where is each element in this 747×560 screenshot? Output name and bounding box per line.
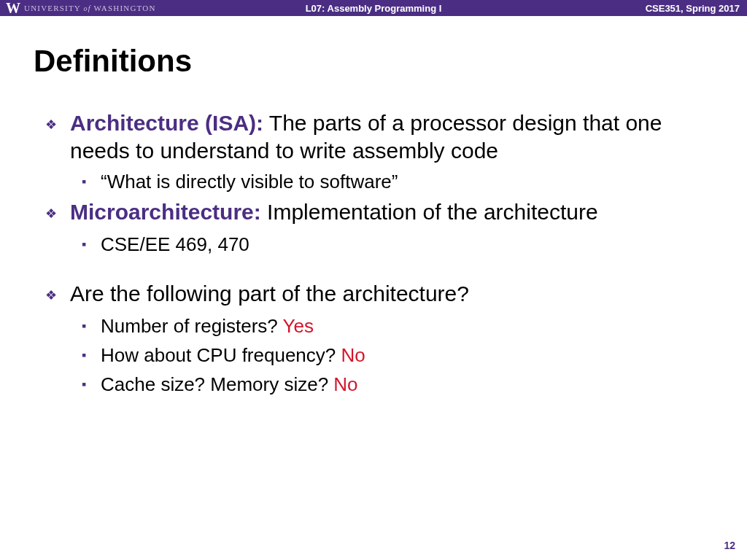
q1-answer: Yes <box>283 315 314 337</box>
subbullet-q-registers: ▪ Number of registers? Yes <box>34 314 709 338</box>
univ-part2: WASHINGTON <box>94 4 156 12</box>
subbullet-text: CSE/EE 469, 470 <box>101 232 249 257</box>
q2-answer: No <box>341 344 365 366</box>
q2-text: How about CPU frequency? <box>101 344 341 366</box>
square-bullet-icon: ▪ <box>82 314 101 338</box>
subbullet-q-frequency: ▪ How about CPU frequency? No <box>34 343 709 368</box>
page-number: 12 <box>724 540 735 551</box>
subbullet-arch-visible: ▪ “What is directly visible to software” <box>34 169 709 194</box>
subbullet-micro-courses: ▪ CSE/EE 469, 470 <box>34 232 709 257</box>
bullet-text: Architecture (ISA): The parts of a proce… <box>70 109 709 165</box>
q3-answer: No <box>333 373 357 395</box>
lecture-title: L07: Assembly Programming I <box>306 3 442 14</box>
w-logo-icon: W <box>6 1 20 15</box>
slide-title: Definitions <box>34 44 709 79</box>
university-name: UNIVERSITY of WASHINGTON <box>24 4 156 12</box>
bullet-text: Microarchitecture: Implementation of the… <box>70 198 598 228</box>
square-bullet-icon: ▪ <box>82 372 101 397</box>
diamond-bullet-icon: ❖ <box>45 280 70 309</box>
subbullet-text: How about CPU frequency? No <box>101 343 365 368</box>
subbullet-text: “What is directly visible to software” <box>101 169 398 194</box>
diamond-bullet-icon: ❖ <box>45 109 70 165</box>
slide-header: W UNIVERSITY of WASHINGTON L07: Assembly… <box>0 0 747 16</box>
square-bullet-icon: ▪ <box>82 232 101 257</box>
slide-content: Definitions ❖ Architecture (ISA): The pa… <box>0 16 747 397</box>
univ-of: of <box>84 4 91 12</box>
bullet-microarchitecture: ❖ Microarchitecture: Implementation of t… <box>34 198 709 228</box>
subbullet-q-cache: ▪ Cache size? Memory size? No <box>34 372 709 397</box>
course-label: CSE351, Spring 2017 <box>646 3 747 14</box>
micro-definition: Implementation of the architecture <box>261 200 598 224</box>
subbullet-text: Cache size? Memory size? No <box>101 372 358 397</box>
bullet-architecture: ❖ Architecture (ISA): The parts of a pro… <box>34 109 709 165</box>
q3-text: Cache size? Memory size? <box>101 373 333 395</box>
univ-part1: UNIVERSITY <box>24 4 81 12</box>
square-bullet-icon: ▪ <box>82 343 101 368</box>
diamond-bullet-icon: ❖ <box>45 198 70 228</box>
term-microarchitecture: Microarchitecture: <box>70 200 261 224</box>
uw-logo: W UNIVERSITY of WASHINGTON <box>0 1 156 15</box>
bullet-question: ❖ Are the following part of the architec… <box>34 280 709 309</box>
term-architecture: Architecture (ISA): <box>70 111 263 135</box>
square-bullet-icon: ▪ <box>82 169 101 194</box>
q1-text: Number of registers? <box>101 315 283 337</box>
subbullet-text: Number of registers? Yes <box>101 314 314 338</box>
question-text: Are the following part of the architectu… <box>70 280 469 309</box>
